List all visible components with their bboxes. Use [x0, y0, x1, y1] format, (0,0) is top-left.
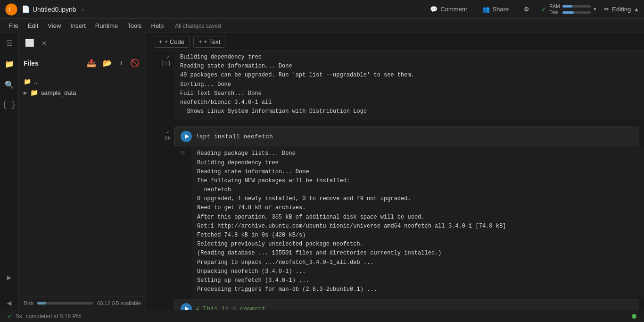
cell2-output: Reading package lists... Done Building d…	[191, 147, 644, 298]
menu-tools[interactable]: Tools	[124, 20, 145, 31]
disk-label: Disk	[549, 10, 561, 15]
top-bar: 📄 Untitled0.ipynb ☆ 💬 Comment 👥 Share ⚙ …	[0, 0, 644, 19]
ram-bar-bg	[562, 5, 591, 8]
share-button[interactable]: 👥 Share	[479, 4, 513, 15]
output-expand-icon[interactable]: ⊡	[181, 149, 184, 156]
refresh-icon[interactable]: 🚫	[129, 57, 141, 69]
output-line: Selecting previously unselected package …	[197, 240, 638, 249]
terminal-icon[interactable]: ▶	[5, 271, 14, 284]
cell1-row: ✓ [1] Building dependency tree Reading s…	[146, 51, 644, 120]
editing-area: ✏ Editing ▲	[604, 6, 639, 13]
collapse-icon[interactable]: ◀	[5, 297, 14, 310]
comment-icon: 💬	[430, 6, 438, 13]
cell3-content: # This is a comment ↑ ↓ 🔗 💬 ⚙ ⧉	[174, 298, 644, 310]
output-line: Preparing to unpack .../neofetch_3.4.0-1…	[197, 258, 638, 267]
output-line: neofetch/bionic 3.4.0-1 all	[180, 98, 638, 107]
sample-folder-icon: 📁	[30, 89, 38, 96]
disk-available: 68.12 GB available	[97, 300, 141, 306]
cell3-code[interactable]: # This is a comment	[174, 299, 639, 310]
cell2-input: !apt install neofetch	[175, 127, 639, 146]
add-code-label: + Code	[165, 38, 184, 45]
parent-folder-icon: 📁	[24, 78, 31, 85]
menu-edit[interactable]: Edit	[24, 20, 42, 31]
menu-insert[interactable]: Insert	[66, 20, 90, 31]
ram-bar-fill	[562, 5, 572, 8]
cell1-gutter: ✓ [1]	[146, 51, 174, 67]
ram-check-icon: ✓	[541, 6, 546, 13]
second-output-gutter: ⊡	[174, 147, 191, 298]
top-right-actions: 💬 Comment 👥 Share ⚙ ✓ RAM Disk	[426, 4, 639, 15]
upload-file-icon[interactable]: 📤	[85, 57, 98, 69]
disk-bar-bottom: Disk 68.12 GB available	[19, 296, 146, 310]
file-icon: 📄	[22, 5, 30, 13]
cell3-row: # This is a comment ↑ ↓ 🔗 💬 ⚙ ⧉	[146, 298, 644, 310]
files-icon[interactable]: 📁	[3, 58, 16, 71]
menu-view[interactable]: View	[44, 20, 65, 31]
output-line: 0 upgraded, 1 newly installed, 0 to remo…	[197, 195, 638, 203]
changes-saved: All changes saved	[175, 23, 221, 29]
cell3-code-text: # This is a comment	[196, 305, 265, 310]
add-text-button[interactable]: + + Text	[193, 36, 225, 48]
add-text-label: + Text	[204, 38, 220, 45]
disk-text: Disk	[24, 300, 33, 306]
ram-dropdown-icon[interactable]: ▾	[594, 6, 596, 12]
output-line: Get:1 http://archive.ubuntu.com/ubuntu b…	[197, 222, 638, 231]
cell2-row: ✓ Ok !apt install neofetch	[146, 126, 644, 147]
file-tree: 📁 .. ▶ 📁 sample_data	[19, 73, 146, 296]
disk-full-bar	[37, 302, 93, 305]
new-folder-icon[interactable]: 📂	[101, 57, 114, 69]
ram-disk-bars: RAM Disk	[549, 4, 591, 15]
settings-button[interactable]: ⚙	[520, 4, 533, 15]
parent-label: ..	[34, 78, 37, 85]
sidebar: ⬜ ✕ Files 📤 📂 ⬆ 🚫 📁 .. ▶ 📁 sample_data	[19, 33, 146, 310]
output-line: Building dependency tree	[180, 53, 638, 62]
menu-runtime[interactable]: Runtime	[91, 20, 122, 31]
cell1-number: [1]	[161, 61, 171, 67]
cell2-content: !apt install neofetch	[174, 126, 644, 147]
output-line: (Reading database ... 155501 files and d…	[197, 249, 638, 258]
comment-button[interactable]: 💬 Comment	[426, 4, 471, 15]
code-icon[interactable]: { }	[0, 99, 18, 111]
link-text[interactable]: neofetch/bionic	[180, 99, 231, 106]
upload-folder-icon[interactable]: ⬆	[117, 57, 125, 69]
add-code-button[interactable]: + + Code	[154, 36, 190, 48]
add-text-icon: +	[198, 38, 202, 45]
star-icon[interactable]: ☆	[81, 5, 85, 13]
status-bar: ✓ 5s completed at 5:16 PM	[0, 310, 644, 322]
output-line: Need to get 74.8 kB of archives.	[197, 203, 638, 212]
menu-bar: File Edit View Insert Runtime Tools Help…	[0, 19, 644, 33]
cell2-check: ✓	[166, 128, 170, 136]
ram-bar-row: RAM	[549, 4, 591, 9]
editing-label: Editing	[612, 6, 631, 13]
file-name-area: 📄 Untitled0.ipynb ☆	[22, 5, 85, 13]
output-line: Reading state information... Done	[180, 62, 638, 71]
cell2-code[interactable]: !apt install neofetch	[174, 127, 639, 146]
menu-file[interactable]: File	[5, 20, 22, 31]
sample-data-label: sample_data	[41, 89, 76, 96]
cells-container: ✓ [1] Building dependency tree Reading s…	[146, 51, 644, 310]
search-icon[interactable]: 🔍	[3, 78, 16, 92]
cell2-run-button[interactable]	[181, 131, 192, 142]
output-line: Fetched 74.8 kB in 0s (420 kB/s)	[197, 231, 638, 240]
archive-link[interactable]: http://archive.ubuntu.com/ubuntu	[217, 223, 326, 229]
status-time: 5s	[16, 313, 22, 320]
run-triangle	[185, 134, 189, 139]
main-area: ☰ 📁 🔍 { } ▶ ◀ ⬜ ✕ Files 📤 📂 ⬆ 🚫 📁 ..	[0, 33, 644, 310]
menu-help[interactable]: Help	[148, 20, 168, 31]
status-check-icon: ✓	[8, 313, 12, 320]
cell1-output: Building dependency tree Reading state i…	[174, 51, 644, 120]
ram-disk-area: ✓ RAM Disk ▾	[541, 4, 596, 15]
colab-logo	[5, 3, 18, 16]
output-line: Setting up neofetch (3.4.0-1) ...	[197, 276, 638, 285]
cell2-number: Ok	[165, 136, 171, 141]
file-tree-sample-data[interactable]: ▶ 📁 sample_data	[19, 87, 146, 98]
file-tree-parent[interactable]: 📁 ..	[19, 76, 146, 87]
settings-icon: ⚙	[524, 6, 529, 13]
chevron-up-icon[interactable]: ▲	[634, 6, 639, 13]
output-line: Unpacking neofetch (3.4.0-1) ...	[197, 267, 638, 276]
comment-label: Comment	[440, 6, 467, 13]
hamburger-icon[interactable]: ☰	[4, 37, 15, 50]
sidebar-window-icon[interactable]: ⬜	[24, 37, 36, 49]
cell3-run-button[interactable]	[181, 303, 192, 310]
sidebar-close-icon[interactable]: ✕	[41, 37, 48, 49]
